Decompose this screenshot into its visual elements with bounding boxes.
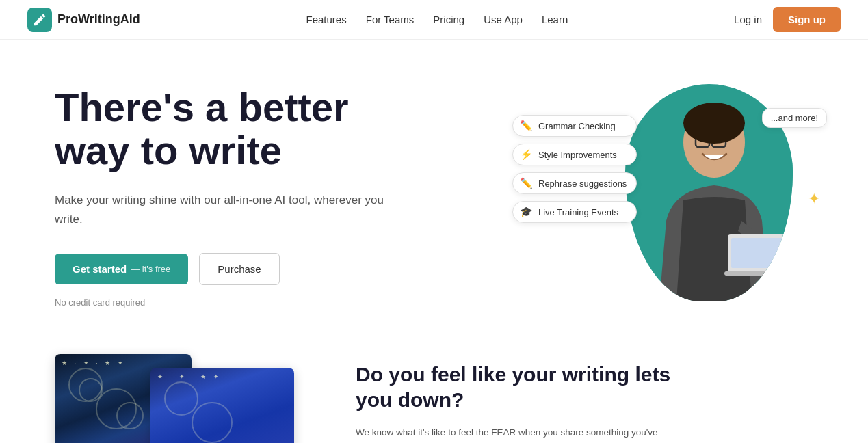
navbar: ProWritingAid Features For Teams Pricing… — [0, 0, 868, 40]
nav-for-teams[interactable]: For Teams — [366, 14, 415, 25]
swirl-f1 — [164, 381, 198, 416]
no-credit-text: No credit card required — [55, 297, 410, 308]
hero-title: There's a better way to write — [55, 86, 410, 172]
purchase-button[interactable]: Purchase — [199, 253, 279, 285]
speech-bubble: ...and more! — [762, 108, 827, 128]
logo-svg — [32, 12, 47, 27]
training-icon: 🎓 — [520, 206, 533, 218]
free-label: — it's free — [131, 264, 170, 274]
pill-rephrase: ✏️ Rephrase suggestions — [512, 172, 637, 194]
nav-links: Features For Teams Pricing Use App Learn — [306, 14, 568, 26]
hero-left: There's a better way to write Make your … — [55, 86, 410, 308]
svg-point-5 — [683, 103, 745, 144]
feature-pills: ✏️ Grammar Checking ⚡ Style Improvements… — [512, 115, 637, 223]
grammar-icon: ✏️ — [520, 120, 533, 132]
signup-button[interactable]: Sign up — [773, 7, 841, 32]
sparkle-icon: ✦ — [808, 190, 820, 208]
nav-learn[interactable]: Learn — [542, 14, 568, 25]
style-icon: ⚡ — [520, 148, 533, 161]
section-two-illustration: My idea in my head — [55, 354, 301, 443]
get-started-button[interactable]: Get started — it's free — [55, 254, 188, 284]
nav-features[interactable]: Features — [306, 14, 347, 25]
painting-card-front — [150, 368, 294, 443]
logo-icon — [27, 8, 52, 32]
svg-rect-8 — [724, 271, 789, 276]
nav-pricing[interactable]: Pricing — [433, 14, 464, 25]
starry-night-front — [150, 368, 294, 443]
hero-subtitle: Make your writing shine with our all-in-… — [55, 191, 410, 228]
section-two-text: Do you feel like your writing lets you d… — [356, 362, 684, 443]
section-two-body: We know what it's like to feel the FEAR … — [356, 425, 684, 443]
hero-buttons: Get started — it's free Purchase — [55, 253, 410, 285]
nav-actions: Log in Sign up — [734, 7, 841, 32]
rephrase-icon: ✏️ — [520, 177, 533, 189]
section-two: My idea in my head Do you feel like your… — [0, 340, 868, 443]
brand-name: ProWritingAid — [57, 12, 140, 27]
login-button[interactable]: Log in — [734, 14, 762, 25]
svg-rect-7 — [731, 238, 782, 268]
nav-use-app[interactable]: Use App — [484, 14, 523, 25]
section-two-title: Do you feel like your writing lets you d… — [356, 362, 684, 413]
pill-training: 🎓 Live Training Events — [512, 201, 637, 223]
hero-right: ...and more! ✦ ✏️ Grammar Checking ⚡ Sty… — [512, 81, 813, 313]
pill-grammar: ✏️ Grammar Checking — [512, 115, 637, 137]
hero-section: There's a better way to write Make your … — [0, 40, 868, 340]
pill-style: ⚡ Style Improvements — [512, 144, 637, 165]
swirl-4 — [116, 402, 144, 429]
brand-logo[interactable]: ProWritingAid — [27, 8, 140, 32]
swirl-f3 — [192, 402, 233, 443]
painting-stack: My idea in my head — [55, 354, 301, 443]
